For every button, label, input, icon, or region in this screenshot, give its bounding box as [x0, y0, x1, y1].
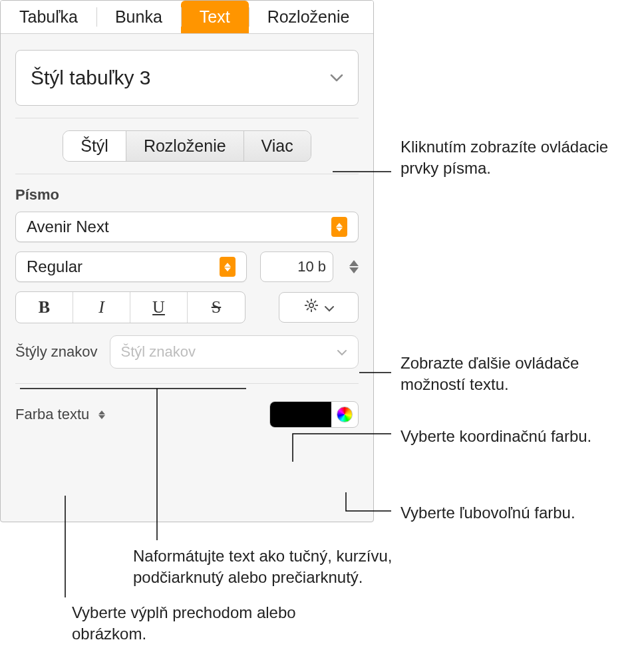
font-family-select[interactable]: Avenir Next	[15, 212, 359, 242]
tab-tabulka[interactable]: Tabuľka	[1, 1, 96, 33]
chevron-down-icon	[330, 69, 343, 86]
text-color-menu[interactable]	[98, 410, 105, 419]
bold-button[interactable]: B	[16, 292, 73, 323]
text-style-group: B I U S	[15, 291, 245, 323]
tab-bunka[interactable]: Bunka	[96, 1, 181, 33]
tab-label: Text	[200, 7, 230, 27]
font-weight-value: Regular	[27, 257, 82, 276]
text-color-control	[269, 401, 359, 428]
font-size-stepper[interactable]	[349, 260, 359, 273]
callout-coord-color: Vyberte koordinačnú farbu.	[401, 426, 640, 447]
text-color-label: Farba textu	[15, 406, 89, 423]
subtab-styl[interactable]: Štýl	[63, 131, 126, 161]
svg-point-0	[309, 303, 313, 307]
chevron-down-icon	[325, 299, 334, 316]
text-subtabs: Štýl Rozloženie Viac	[63, 130, 311, 162]
subtab-viac[interactable]: Viac	[244, 131, 311, 161]
callout-advanced-options: Zobrazte ďalšie ovládače možností textu.	[401, 353, 640, 396]
subtab-rozlozenie[interactable]: Rozloženie	[126, 131, 244, 161]
tab-text[interactable]: Text	[181, 1, 249, 33]
svg-line-6	[314, 308, 316, 310]
font-weight-select[interactable]: Regular	[15, 251, 247, 282]
format-top-tabs: Tabuľka Bunka Text Rozloženie	[1, 1, 373, 34]
color-swatch[interactable]	[270, 402, 331, 427]
callout-font-controls: Kliknutím zobrazíte ovládacie prvky písm…	[401, 136, 627, 180]
chevron-up-icon	[349, 260, 359, 266]
chevron-down-icon	[337, 343, 347, 361]
font-family-value: Avenir Next	[27, 218, 109, 236]
tab-rozlozenie[interactable]: Rozloženie	[249, 1, 369, 33]
font-size-value: 10 b	[297, 258, 326, 275]
strikethrough-button[interactable]: S	[188, 292, 245, 323]
font-size-input[interactable]: 10 b	[260, 251, 333, 282]
gear-icon	[303, 297, 319, 317]
divider	[15, 118, 359, 118]
underline-button[interactable]: U	[130, 292, 188, 323]
font-section-label: Písmo	[15, 186, 359, 204]
tab-label: Bunka	[115, 7, 162, 27]
callout-bius: Naformátujte text ako tučný, kurzívu, po…	[133, 546, 466, 589]
color-wheel-button[interactable]	[331, 402, 358, 427]
advanced-options-button[interactable]	[279, 292, 359, 323]
tab-label: Tabuľka	[19, 7, 78, 27]
format-sidebar: Tabuľka Bunka Text Rozloženie Štýl tabuľ…	[0, 0, 374, 522]
stepper-icon	[331, 217, 347, 237]
chevron-down-icon	[98, 415, 105, 419]
svg-line-5	[307, 301, 309, 303]
divider	[15, 174, 359, 174]
color-wheel-icon	[337, 406, 353, 422]
chevron-down-icon	[349, 267, 359, 273]
char-style-label: Štýly znakov	[15, 343, 98, 361]
paragraph-style-select[interactable]: Štýl tabuľky 3	[15, 50, 359, 106]
stepper-icon	[220, 257, 236, 277]
tab-label: Rozloženie	[267, 7, 350, 27]
callout-any-color: Vyberte ľubovoľnú farbu.	[401, 502, 640, 524]
char-style-placeholder: Štýl znakov	[121, 343, 196, 361]
char-style-select[interactable]: Štýl znakov	[110, 335, 359, 369]
svg-line-8	[314, 301, 316, 303]
chevron-up-icon	[98, 410, 105, 414]
svg-line-7	[307, 308, 309, 310]
divider	[15, 383, 359, 384]
italic-button[interactable]: I	[73, 292, 130, 323]
paragraph-style-value: Štýl tabuľky 3	[31, 67, 151, 89]
callout-fill-gradient: Vyberte výplň prechodom alebo obrázkom.	[72, 602, 338, 645]
